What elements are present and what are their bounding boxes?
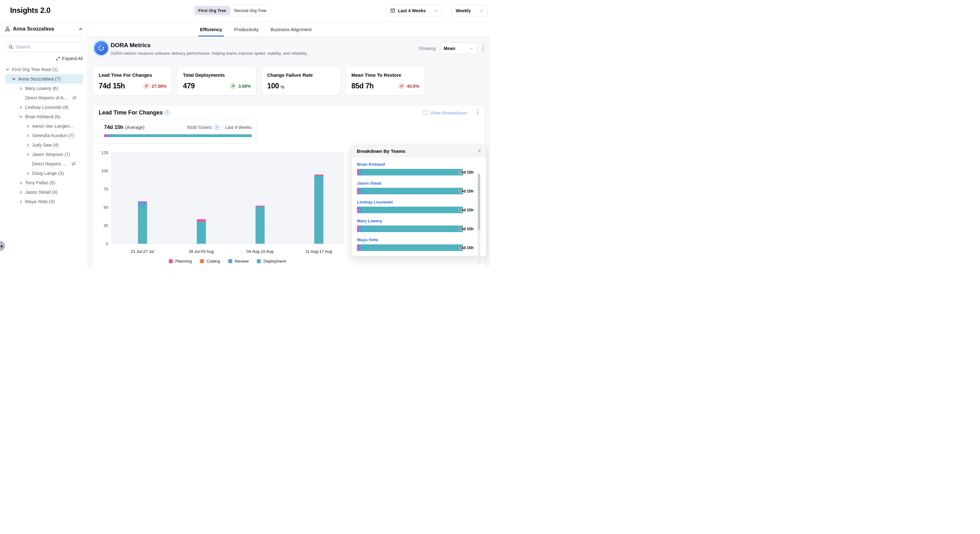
breakdown-team-link[interactable]: Jason Stead	[357, 181, 381, 185]
sidebar-item-direct-reports[interactable]: Direct Reports ...	[5, 159, 83, 169]
sidebar-item-maya-yette-3[interactable]: Maya Yette (3)	[5, 197, 83, 206]
view-breakdown-button[interactable]: View Breakdown	[423, 110, 468, 115]
sidebar-item-jason-simpson-7[interactable]: Jason Simpson (7)	[5, 150, 83, 159]
search-input[interactable]	[16, 45, 79, 49]
scrollbar-track[interactable]	[478, 173, 480, 264]
stacked-bar-2[interactable]	[197, 219, 206, 244]
stacked-bar-4[interactable]	[314, 175, 323, 244]
legend-swatch	[200, 259, 204, 263]
expand-all-button[interactable]: Expand All	[56, 56, 83, 61]
sidebar-item-judy-saw-4[interactable]: Judy Saw (4)	[5, 140, 83, 150]
chevron-down-icon[interactable]	[11, 77, 16, 81]
chevron-right-icon[interactable]	[25, 124, 30, 128]
breakdown-segment-deployment	[363, 225, 463, 232]
gridline	[111, 153, 344, 153]
lead-time-menu-kebab-icon[interactable]	[476, 109, 480, 117]
close-icon[interactable]: ✕	[477, 149, 482, 154]
metric-title: Mean Time To Restore	[352, 72, 419, 78]
breakdown-team-link[interactable]: Mary Lowery	[357, 218, 382, 223]
chevron-down-icon[interactable]	[5, 68, 10, 72]
tab-label: Business Alignment	[270, 27, 312, 32]
filter-sliders-icon[interactable]	[72, 96, 77, 100]
org-tree-option-1[interactable]: First Org Tree	[194, 6, 230, 15]
sidebar-item-first-org-tree-root-1[interactable]: First Org Tree Root (1)	[5, 65, 83, 74]
stacked-bar-3[interactable]	[256, 206, 265, 244]
tab-underline	[269, 35, 313, 37]
breakdown-stacked-bar: 74d 15h	[357, 225, 463, 232]
info-icon[interactable]: i	[214, 125, 219, 130]
tree-item-label: Jason Stead (4)	[25, 190, 57, 194]
breakdown-team-link[interactable]: Maya Yette	[357, 238, 378, 242]
granularity-select[interactable]: Weekly	[452, 5, 487, 16]
chevron-right-icon[interactable]	[25, 153, 30, 156]
tabs-row: EfficiencyProductivityBusiness Alignment	[88, 22, 490, 37]
chevron-right-icon[interactable]	[25, 172, 30, 175]
tree-item-label: Doug Lange (3)	[32, 171, 64, 176]
summary-segment-deployment	[111, 134, 252, 137]
stacked-bar-1[interactable]	[138, 201, 147, 244]
legend-swatch	[228, 259, 232, 263]
sidebar-item-lindsay-liszewski-8[interactable]: Lindsay Liszewski (8)	[5, 102, 83, 112]
dora-menu-kebab-icon[interactable]	[482, 45, 485, 52]
sidebar-item-doug-lange-3[interactable]: Doug Lange (3)	[5, 169, 83, 178]
metric-value: 100	[267, 82, 279, 90]
metric-value: 85d 7h	[352, 82, 374, 90]
tab-business-alignment[interactable]: Business Alignment	[270, 22, 312, 37]
chevron-right-icon[interactable]	[18, 191, 23, 194]
info-icon[interactable]: i	[165, 110, 170, 115]
chevron-right-icon[interactable]	[18, 106, 23, 109]
filter-sliders-icon[interactable]	[72, 162, 76, 166]
metric-value-row: 85d 7h40.8%	[352, 82, 419, 90]
sidebar-item-aaron-van-langen[interactable]: Aaron Van Langen...	[5, 121, 83, 131]
dora-header: DORA Metrics DORA metrics measure softwa…	[93, 41, 485, 62]
chevron-right-icon[interactable]	[25, 134, 30, 137]
expand-corners-icon	[423, 110, 428, 115]
sidebar-item-direct-reports-of-a[interactable]: Direct Reports of A...	[5, 93, 83, 102]
dora-cycle-icon	[94, 41, 108, 55]
sidebar-header[interactable]: Anna Scozzafava	[0, 22, 88, 36]
sidebar-item-jason-stead-4[interactable]: Jason Stead (4)	[5, 187, 83, 197]
breakdown-stacked-bar: 74d 15h	[357, 188, 463, 194]
trend-up-arrow-icon	[143, 83, 150, 89]
metric-title: Lead Time For Changes	[99, 72, 167, 78]
breakdown-team-link[interactable]: Lindsay Liszewski	[357, 200, 393, 204]
breakdown-value-label: 74d 15h	[459, 189, 474, 193]
breakdown-stacked-bar: 74d 15h	[357, 207, 463, 213]
org-tree-option-2[interactable]: Second Org Tree	[231, 6, 270, 15]
tree-item-label: Direct Reports ...	[32, 161, 66, 166]
sidebar-item-anna-scozzafava-7[interactable]: Anna Scozzafava (7)	[5, 74, 83, 84]
chevron-down-icon[interactable]	[18, 115, 23, 119]
tree-item-label: First Org Tree Root (1)	[12, 67, 58, 72]
chevron-right-icon[interactable]	[18, 200, 23, 204]
legend-label: Deployment	[263, 259, 286, 263]
metric-value-row: 74d 15h27.56%	[99, 82, 167, 90]
top-header: Insights 2.0 First Org TreeSecond Org Tr…	[0, 0, 490, 22]
scrollbar-thumb[interactable]	[478, 174, 480, 230]
tab-underline	[198, 35, 224, 37]
sidebar-item-tony-pallas-5[interactable]: Tony Pallas (5)	[5, 178, 83, 187]
breakdown-row: Jason Stead74d 15h	[357, 180, 486, 194]
tab-efficiency[interactable]: Efficiency	[199, 22, 223, 37]
metric-unit: %	[280, 84, 284, 89]
breakdown-team-link[interactable]: Brian Kirkland	[357, 162, 385, 167]
summary-tickets: 5030 Tickets	[187, 125, 212, 130]
sidebar-item-sireesha-kunduri-7[interactable]: Sireesha Kunduri (7)	[5, 131, 83, 140]
chevron-right-icon[interactable]	[18, 87, 23, 90]
chevron-up-icon[interactable]	[79, 27, 83, 31]
search-icon	[8, 45, 13, 49]
lead-time-summary-card: 74d 15h (Average) 5030 Tickets i | Last …	[99, 120, 257, 143]
sidebar-item-brian-kirkland-6[interactable]: Brian Kirkland (6)	[5, 112, 83, 121]
lead-time-chart-plot: 0255075100125	[111, 153, 344, 244]
breakdown-row: Brian Kirkland74d 15h	[357, 161, 486, 175]
date-range-select[interactable]: Last 4 Weeks	[386, 5, 442, 16]
breakdown-value-label: 74d 15h	[459, 227, 474, 231]
separator: |	[221, 125, 223, 130]
sidebar-item-mary-lowery-6[interactable]: Mary Lowery (6)	[5, 84, 83, 93]
metric-delta-value: 3.68%	[238, 84, 251, 89]
legend-item-review: Review	[228, 259, 249, 263]
chevron-right-icon[interactable]	[25, 143, 30, 147]
org-tree: First Org Tree Root (1)Anna Scozzafava (…	[0, 64, 88, 267]
showing-select[interactable]: Mean	[440, 43, 477, 54]
chevron-right-icon[interactable]	[18, 181, 23, 185]
tab-productivity[interactable]: Productivity	[234, 22, 259, 37]
